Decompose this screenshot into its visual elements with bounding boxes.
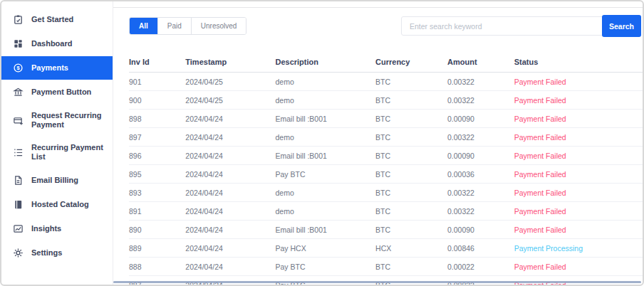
filter-tab-group: All Paid Unresolved (129, 17, 246, 35)
currency-cell: BTC (375, 91, 447, 110)
table-row[interactable]: 8882024/04/24Pay BTCBTC0.00022Payment Fa… (129, 258, 643, 276)
currency-cell: BTC (375, 165, 447, 184)
status-cell: Payment Failed (514, 147, 643, 165)
status-cell: Payment Processing (514, 239, 643, 258)
currency-cell: BTC (375, 258, 447, 276)
card-plus-icon (13, 115, 24, 126)
table-body: 9012024/04/25demoBTC0.00322Payment Faile… (129, 73, 643, 286)
timestamp-cell: 2024/04/24 (185, 239, 275, 258)
inv-id-cell: 896 (129, 147, 185, 165)
search-box: Search (401, 15, 641, 37)
sidebar-item-label: Payments (31, 63, 68, 73)
book-icon (13, 199, 24, 210)
inv-id-cell: 888 (129, 258, 185, 276)
table-row[interactable]: 8912024/04/24demoBTC0.00322Payment Faile… (129, 202, 643, 221)
sidebar-item-request-recurring-payment[interactable]: Request Recurring Payment (1, 105, 113, 136)
status-cell: Payment Failed (514, 110, 643, 128)
sidebar-item-get-started[interactable]: Get Started (1, 8, 113, 31)
description-cell: Pay HCX (275, 239, 375, 258)
status-cell: Payment Failed (514, 165, 643, 184)
table-row[interactable]: 8982024/04/24Email bill :B001BTC0.00090P… (129, 110, 643, 128)
sidebar-item-label: Hosted Catalog (31, 200, 89, 209)
description-cell: Email bill :B001 (275, 221, 375, 239)
table-row[interactable]: 8962024/04/24Email bill :B001BTC0.00090P… (129, 147, 643, 165)
sidebar-item-recurring-payment-list[interactable]: Recurring Payment List (1, 137, 113, 168)
tab-paid[interactable]: Paid (158, 18, 192, 34)
timestamp-cell: 2024/04/24 (185, 258, 275, 276)
col-timestamp: Timestamp (185, 52, 275, 73)
inv-id-cell: 890 (129, 221, 185, 239)
inv-id-cell: 897 (129, 128, 185, 147)
currency-cell: BTC (375, 202, 447, 221)
status-cell: Payment Failed (514, 91, 643, 110)
sidebar-item-payments[interactable]: $ Payments (1, 56, 113, 80)
table-row[interactable]: 8972024/04/24demoBTC0.00322Payment Faile… (129, 128, 643, 147)
description-cell: Email bill :B001 (275, 110, 375, 128)
sidebar-item-label: Get Started (31, 15, 73, 24)
description-cell: demo (275, 128, 375, 147)
inv-id-cell: 901 (129, 73, 185, 91)
search-button[interactable]: Search (602, 15, 641, 37)
sidebar-item-label: Recurring Payment List (31, 143, 107, 161)
dashboard-icon (13, 38, 24, 49)
timestamp-cell: 2024/04/25 (185, 73, 275, 91)
currency-cell: BTC (375, 184, 447, 202)
sidebar-item-insights[interactable]: Insights (1, 217, 113, 240)
top-divider (113, 7, 643, 8)
description-cell: Email bill :B001 (275, 147, 375, 165)
tab-all[interactable]: All (130, 18, 158, 34)
table-row[interactable]: 8932024/04/24demoBTC0.00322Payment Faile… (129, 184, 643, 202)
inv-id-cell: 900 (129, 91, 185, 110)
inv-id-cell: 889 (129, 239, 185, 258)
amount-cell: 0.00090 (447, 147, 514, 165)
sidebar-item-label: Request Recurring Payment (31, 111, 107, 129)
content-bottom-bar (113, 281, 641, 283)
clipboard-icon (13, 14, 24, 25)
status-cell: Payment Failed (514, 128, 643, 147)
table-row[interactable]: 9012024/04/25demoBTC0.00322Payment Faile… (129, 73, 643, 91)
currency-cell: BTC (375, 147, 447, 165)
sidebar-item-payment-button[interactable]: Payment Button (1, 80, 113, 104)
list-icon (13, 147, 24, 158)
description-cell: demo (275, 184, 375, 202)
coin-icon: $ (13, 63, 24, 73)
timestamp-cell: 2024/04/24 (185, 110, 275, 128)
status-cell: Payment Failed (514, 221, 643, 239)
currency-cell: BTC (375, 110, 447, 128)
bank-icon (13, 87, 24, 97)
gear-icon (13, 248, 24, 258)
description-cell: demo (275, 91, 375, 110)
search-input[interactable] (401, 16, 603, 36)
timestamp-cell: 2024/04/24 (185, 202, 275, 221)
col-currency: Currency (375, 52, 447, 73)
amount-cell: 0.00022 (447, 258, 514, 276)
sidebar-item-settings[interactable]: Settings (1, 241, 113, 265)
main-content: All Paid Unresolved Search Inv Id Timest… (113, 1, 643, 285)
amount-cell: 0.00322 (447, 184, 514, 202)
sidebar-item-label: Payment Button (31, 88, 91, 97)
sidebar-item-email-billing[interactable]: Email Billing (1, 169, 113, 192)
table-row[interactable]: 9002024/04/25demoBTC0.00322Payment Faile… (129, 91, 643, 110)
amount-cell: 0.00322 (447, 73, 514, 91)
sidebar-item-hosted-catalog[interactable]: Hosted Catalog (1, 193, 113, 216)
amount-cell: 0.00322 (447, 128, 514, 147)
amount-cell: 0.00322 (447, 91, 514, 110)
currency-cell: BTC (375, 128, 447, 147)
timestamp-cell: 2024/04/24 (185, 221, 275, 239)
description-cell: demo (275, 73, 375, 91)
inv-id-cell: 895 (129, 165, 185, 184)
amount-cell: 0.00846 (447, 239, 514, 258)
table-row[interactable]: 8952024/04/24Pay BTCBTC0.00036Payment Fa… (129, 165, 643, 184)
timestamp-cell: 2024/04/24 (185, 128, 275, 147)
sidebar-item-dashboard[interactable]: Dashboard (1, 32, 113, 55)
table-header-row: Inv Id Timestamp Description Currency Am… (129, 52, 643, 73)
sidebar: Get Started Dashboard $ Payments (1, 1, 113, 285)
controls-row: All Paid Unresolved Search (113, 7, 643, 37)
status-cell: Payment Failed (514, 202, 643, 221)
col-inv-id: Inv Id (129, 52, 185, 73)
table-row[interactable]: 8892024/04/24Pay HCXHCX0.00846Payment Pr… (129, 239, 643, 258)
table-row[interactable]: 8902024/04/24Email bill :B001BTC0.00090P… (129, 221, 643, 239)
status-cell: Payment Failed (514, 258, 643, 276)
tab-unresolved[interactable]: Unresolved (192, 18, 246, 34)
timestamp-cell: 2024/04/24 (185, 184, 275, 202)
